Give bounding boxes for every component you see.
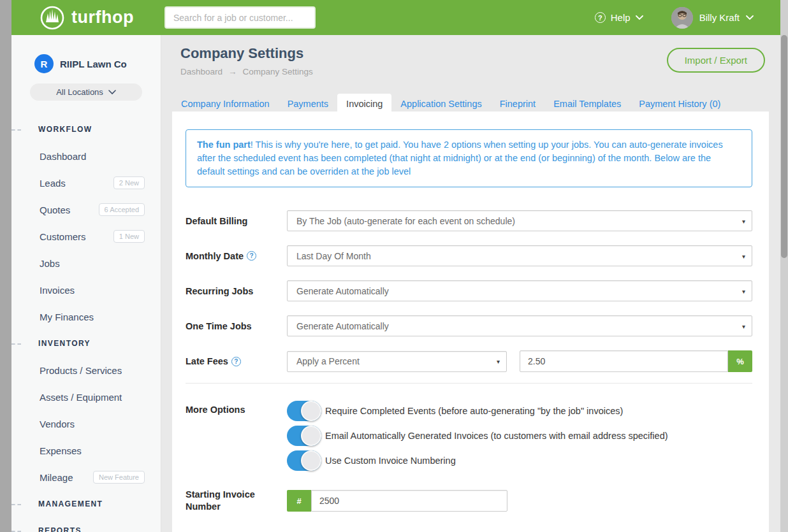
sidebar-item-my-finances[interactable]: My Finances [11,303,161,330]
default-billing-label: Default Billing [186,216,287,226]
dashes-icon [11,343,21,345]
location-label: All Locations [56,87,103,97]
select-arrow-icon: ▾ [742,322,745,329]
scrollbar[interactable] [780,0,788,532]
question-circle-icon[interactable]: ? [231,357,241,366]
sidebar-item-products-services[interactable]: Products / Services [11,357,161,384]
one-time-jobs-select[interactable]: Generate Automatically ▾ [287,315,752,336]
sidebar-item-leads[interactable]: Leads2 New [11,169,161,196]
dashes-icon [11,129,21,131]
late-fees-label: Late Fees? [186,356,287,366]
toggle-knob [301,401,321,421]
tab-bar: Company Information Payments Invoicing A… [172,94,729,113]
company-avatar: R [34,54,54,73]
nav-section-inventory: INVENTORY [11,330,161,357]
toggle-row: Email Automatically Generated Invoices (… [287,426,668,446]
field-starting-invoice-number: Starting Invoice Number # [186,489,752,513]
user-menu[interactable]: Billy Kraft [671,7,754,29]
info-banner: The fun part! This is why you're here, t… [186,129,752,187]
tab-payments[interactable]: Payments [279,94,337,113]
leads-badge: 2 New [113,176,145,189]
starting-invoice-label: Starting Invoice Number [186,489,287,513]
topbar: turfhop ? Help [11,0,780,35]
breadcrumb-dashboard[interactable]: Dashboard [180,67,223,76]
monthly-date-label: Monthly Date? [186,251,287,261]
recurring-jobs-select[interactable]: Generate Automatically ▾ [287,280,752,301]
toggle-require-completed-events[interactable] [287,401,321,421]
recurring-jobs-label: Recurring Jobs [186,286,287,296]
chevron-down-icon [746,15,754,20]
sidebar-item-expenses[interactable]: Expenses [11,437,161,464]
sidebar-item-vendors[interactable]: Vendors [11,410,161,437]
sidebar: R RIIPL Lawn Co All Locations WORKFLOW D… [11,35,161,532]
tab-invoicing[interactable]: Invoicing [337,94,391,113]
late-fees-select[interactable]: Apply a Percent ▾ [287,351,507,372]
nav-section-reports[interactable]: REPORTS [11,517,161,532]
field-more-options: More Options Require Completed Events (b… [186,401,752,471]
toggle-email-generated-invoices[interactable] [287,426,321,446]
location-selector[interactable]: All Locations [30,83,142,101]
select-arrow-icon: ▾ [742,252,745,259]
toggle-row: Require Completed Events (before auto-ge… [287,401,668,421]
info-text: ! This is why you're here, to get paid. … [197,140,723,176]
main-content: Company Settings Dashboard → Company Set… [161,35,780,532]
more-options-label: More Options [186,405,287,415]
help-menu[interactable]: ? Help [595,12,643,23]
sidebar-item-jobs[interactable]: Jobs [11,250,161,277]
sidebar-nav: WORKFLOW Dashboard Leads2 New Quotes6 Ac… [11,116,161,532]
app-window: turfhop ? Help [0,0,788,532]
turfhop-logo-icon [40,5,65,31]
chevron-down-icon [108,90,116,95]
user-name: Billy Kraft [699,12,740,23]
brand-name: turfhop [71,8,134,27]
sidebar-item-mileage[interactable]: MileageNew Feature [11,464,161,491]
toggle-row: Use Custom Invoice Numbering [287,450,668,471]
starting-invoice-input[interactable] [311,490,507,512]
select-arrow-icon: ▾ [742,287,745,294]
page-title: Company Settings [180,45,303,62]
company-selector[interactable]: R RIIPL Lawn Co [34,54,161,73]
tab-payment-history[interactable]: Payment History (0) [630,94,729,113]
tab-email-templates[interactable]: Email Templates [544,94,630,113]
window-edge-left [0,0,11,532]
toggle-custom-invoice-numbering[interactable] [287,450,321,471]
sidebar-item-dashboard[interactable]: Dashboard [11,143,161,169]
field-monthly-date: Monthly Date? Last Day Of Month ▾ [186,245,752,266]
sidebar-item-invoices[interactable]: Invoices [11,277,161,303]
late-fee-amount-input[interactable] [520,350,728,372]
toggle-knob [301,450,321,471]
customers-badge: 1 New [113,230,145,243]
breadcrumb-arrow-icon: → [228,67,237,76]
number-sign-addon: # [287,490,311,512]
nav-section-workflow: WORKFLOW [11,116,161,143]
tab-fineprint[interactable]: Fineprint [491,94,544,113]
sidebar-item-quotes[interactable]: Quotes6 Accepted [11,196,161,223]
breadcrumb-current: Company Settings [243,67,313,76]
toggle-label: Require Completed Events (before auto-ge… [325,406,623,416]
import-export-button[interactable]: Import / Export [667,48,765,73]
field-one-time-jobs: One Time Jobs Generate Automatically ▾ [186,315,752,336]
toggle-knob [301,426,321,446]
field-default-billing: Default Billing By The Job (auto-generat… [186,210,752,231]
one-time-jobs-label: One Time Jobs [186,321,287,331]
quotes-badge: 6 Accepted [99,203,145,216]
search-input[interactable] [164,6,316,29]
info-lead: The fun part [197,140,251,150]
brand-logo[interactable]: turfhop [40,5,134,31]
breadcrumb: Dashboard → Company Settings [180,67,313,76]
sidebar-item-customers[interactable]: Customers1 New [11,223,161,250]
tab-application-settings[interactable]: Application Settings [391,94,490,113]
scrollbar-thumb[interactable] [781,35,787,258]
default-billing-select[interactable]: By The Job (auto-generate for each event… [287,210,752,231]
chevron-down-icon [636,15,643,20]
toggle-label: Use Custom Invoice Numbering [325,456,456,466]
topbar-right: ? Help Billy Kraft [595,7,780,29]
sidebar-item-assets-equipment[interactable]: Assets / Equipment [11,384,161,410]
tab-company-information[interactable]: Company Information [172,94,279,113]
question-circle-icon[interactable]: ? [247,251,256,261]
section-divider [186,383,752,384]
select-arrow-icon: ▾ [497,358,500,365]
nav-section-management[interactable]: MANAGEMENT [11,491,161,517]
select-arrow-icon: ▾ [742,217,745,224]
monthly-date-select[interactable]: Last Day Of Month ▾ [287,245,752,266]
